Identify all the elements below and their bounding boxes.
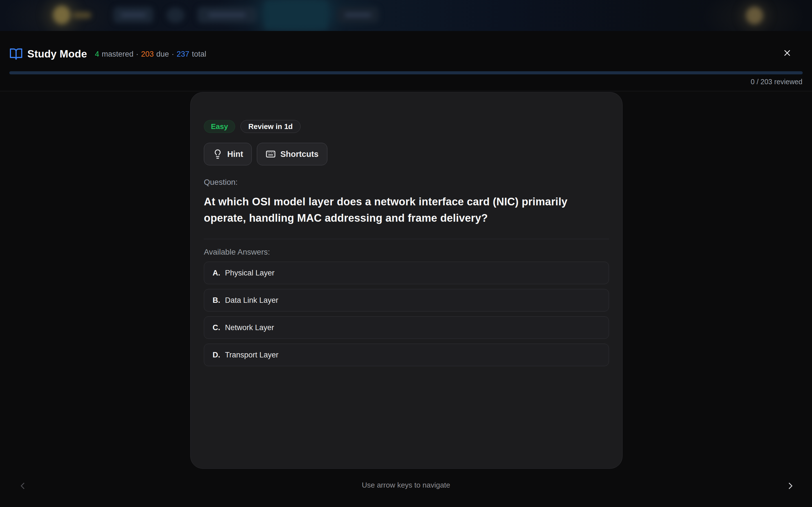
study-mode-header: Study Mode 4 mastered · 203 due · 237 to… bbox=[0, 31, 812, 91]
nav-item-blurred-1 bbox=[113, 7, 153, 23]
nav-item-blurred-4 bbox=[337, 7, 379, 23]
lightbulb-icon bbox=[213, 149, 223, 159]
next-card-button[interactable] bbox=[781, 477, 800, 495]
option-text: Data Link Layer bbox=[225, 296, 278, 305]
keyboard-navigation-hint: Use arrow keys to navigate bbox=[0, 481, 812, 490]
nav-item-blurred-3 bbox=[197, 7, 257, 23]
available-answers-label: Available Answers: bbox=[204, 247, 609, 257]
answer-option-d[interactable]: D. Transport Layer bbox=[204, 344, 609, 366]
option-key: C. bbox=[213, 323, 220, 332]
option-key: A. bbox=[213, 269, 220, 277]
answer-option-b[interactable]: B. Data Link Layer bbox=[204, 289, 609, 312]
review-interval-badge: Review in 1d bbox=[241, 120, 301, 133]
card-navigation-footer: Use arrow keys to navigate bbox=[0, 472, 812, 507]
shortcuts-button[interactable]: Shortcuts bbox=[257, 143, 327, 165]
keyboard-icon bbox=[266, 149, 276, 159]
divider bbox=[204, 239, 609, 239]
nav-item-active-blurred bbox=[264, 1, 327, 29]
option-key: B. bbox=[213, 296, 220, 305]
flashcard: Easy Review in 1d Hint Shortcuts Quest bbox=[190, 92, 622, 469]
total-count: 237 bbox=[176, 50, 189, 59]
stats-separator: · bbox=[136, 50, 139, 59]
hint-button[interactable]: Hint bbox=[204, 143, 252, 165]
option-key: D. bbox=[213, 351, 220, 359]
question-label: Question: bbox=[204, 178, 609, 187]
mastered-label: mastered bbox=[102, 50, 134, 59]
reviewed-counter: 0 / 203 reviewed bbox=[751, 78, 802, 86]
due-count: 203 bbox=[141, 50, 154, 59]
stats-separator: · bbox=[171, 50, 174, 59]
answer-option-a[interactable]: A. Physical Layer bbox=[204, 262, 609, 284]
navbar-blur-layer bbox=[0, 0, 812, 31]
progress-bar bbox=[9, 71, 803, 74]
user-avatar bbox=[746, 7, 763, 24]
close-icon bbox=[782, 48, 792, 58]
study-stats: 4 mastered · 203 due · 237 total bbox=[95, 50, 206, 59]
book-open-icon bbox=[9, 47, 23, 61]
option-text: Physical Layer bbox=[225, 269, 274, 277]
answer-options: A. Physical Layer B. Data Link Layer C. … bbox=[204, 262, 609, 366]
shortcuts-button-label: Shortcuts bbox=[280, 150, 318, 159]
background-app-navbar bbox=[0, 0, 812, 31]
question-text: At which OSI model layer does a network … bbox=[204, 193, 570, 226]
answer-option-c[interactable]: C. Network Layer bbox=[204, 316, 609, 339]
difficulty-badge: Easy bbox=[204, 120, 235, 133]
option-text: Network Layer bbox=[225, 323, 274, 332]
close-button[interactable] bbox=[779, 45, 796, 61]
nav-item-blurred-2 bbox=[166, 7, 185, 23]
tool-button-row: Hint Shortcuts bbox=[204, 143, 609, 165]
option-text: Transport Layer bbox=[225, 351, 278, 359]
study-main-area: Easy Review in 1d Hint Shortcuts Quest bbox=[0, 92, 812, 507]
total-label: total bbox=[192, 50, 206, 59]
hint-button-label: Hint bbox=[227, 150, 243, 159]
badge-row: Easy Review in 1d bbox=[204, 120, 609, 133]
app-logo-icon bbox=[53, 6, 70, 24]
due-label: due bbox=[156, 50, 169, 59]
app-logo-text-blurred bbox=[73, 12, 91, 18]
title-row: Study Mode 4 mastered · 203 due · 237 to… bbox=[9, 47, 206, 61]
chevron-right-icon bbox=[785, 481, 796, 491]
mastered-count: 4 bbox=[95, 50, 99, 59]
page-title: Study Mode bbox=[28, 48, 87, 60]
